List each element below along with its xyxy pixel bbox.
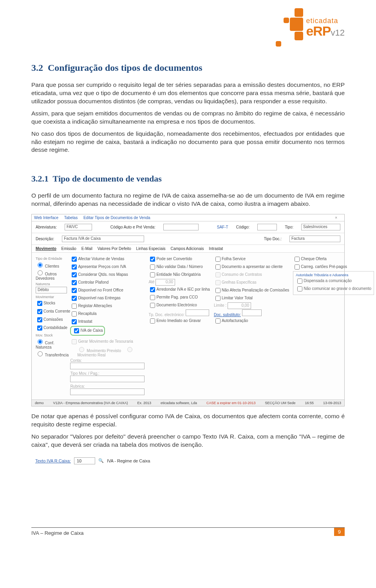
grp-tipo-entidade: Tipo de Entidade <box>36 257 70 261</box>
chk-doc-elec[interactable]: Documento Electrónico <box>148 302 210 309</box>
chk-grelhas: Grelhas Específicas <box>214 279 289 286</box>
section-number: 3.2 <box>31 63 43 73</box>
ate-input: 0,00 <box>155 279 175 286</box>
chk-stocks[interactable]: Stocks <box>36 300 70 307</box>
options-col-1: Afectar Volume de Vendas Apresentar Preç… <box>70 255 145 397</box>
brand-logo: eticadata eRPv12 <box>283 8 345 47</box>
limite-input: 0,00 <box>228 302 251 309</box>
section-para-1: Para que possa ser cumprido o requisito … <box>31 81 345 106</box>
radio-mov-previsto: Movimento Previsto <box>77 349 121 353</box>
natureza-select[interactable]: Débito <box>36 287 67 293</box>
chk-dispensada[interactable]: Dispensada a comunicação <box>296 277 371 285</box>
desc-input[interactable]: Factura IVA de Caixa <box>62 236 144 242</box>
subtab-intrastat[interactable]: Intrastat <box>209 246 223 251</box>
status-date: 13-09-2013 <box>323 401 341 405</box>
chk-contacorrente[interactable]: Conta Corrente <box>36 308 70 315</box>
subsection-para-3: No separador "Valores por defeito" dever… <box>31 433 345 449</box>
chk-intrastat[interactable]: Intrastat <box>70 318 145 325</box>
codauto-label: Código Auto e Pré Venda: <box>110 225 155 229</box>
radio-outros[interactable]: Outros Devedores <box>36 269 70 281</box>
logo-product: eRP <box>306 23 331 38</box>
chk-carreg[interactable]: Carreg. cartões Pré-pagos <box>293 263 374 271</box>
chk-ent-naoobrig[interactable]: Entidade Não Obrigatória <box>148 271 210 279</box>
chk-controlar-plafond[interactable]: Controlar Plafond <box>70 279 145 286</box>
chk-cheque[interactable]: Cheque Oferta <box>293 255 374 263</box>
chk-permite-cco[interactable]: Permite Pag. para CCO <box>148 294 210 301</box>
subtab-valores[interactable]: Valores Por Defeito <box>98 246 131 251</box>
field-screenshot: Texto IVA R.Caixa: 10 🔍 IVA - Regime de … <box>31 455 345 467</box>
status-seccao: SECÇÃO UM Sede <box>265 401 295 405</box>
texto-iva-code[interactable]: 10 <box>74 457 95 464</box>
chk-folha[interactable]: Folha Service <box>214 255 289 263</box>
at-group: Autoridade Tributária e Aduaneira Dispen… <box>293 271 374 295</box>
grp-movstock: Mov. Stock <box>36 333 70 337</box>
radio-confnat[interactable]: Conf. Natureza <box>36 338 70 349</box>
abrev-input[interactable]: FAIVC <box>65 224 92 230</box>
subtab-campos[interactable]: Campos Adicionais <box>170 246 204 251</box>
chk-disp-front[interactable]: Disponível no Front Office <box>70 287 145 294</box>
chk-registar-alt[interactable]: Registar Alterações <box>70 302 145 310</box>
form-subtabs: Movimento Emissão E-Mail Valores Por Def… <box>32 245 344 253</box>
chk-pode-conv[interactable]: Pode ser Convertido <box>148 255 210 263</box>
chk-autofact[interactable]: Autofacturação <box>214 317 289 325</box>
texto-iva-desc: IVA - Regime de Caixa <box>107 459 150 463</box>
chk-disp-entregas[interactable]: Disponível nas Entregas <box>70 295 145 302</box>
chk-considerar-qtds[interactable]: Considerar Qtds. nos Mapas <box>70 271 145 279</box>
chk-limitar-valor[interactable]: Limitar Valor Total <box>214 295 289 302</box>
footer-text: IVA – Regime de Caixa <box>31 530 83 536</box>
form-header-row2: Descrição: Factura IVA de Caixa Tipo Doc… <box>32 233 344 245</box>
subtab-email[interactable]: E-Mail <box>81 246 92 251</box>
options-col-3: Folha Service Documento a apresentar ao … <box>214 255 289 397</box>
chk-naoafecta-penal[interactable]: Não Afecta Penalização de Comissões <box>214 287 289 294</box>
subtab-emissao[interactable]: Emissão <box>61 246 76 251</box>
form-header-row1: Abreviatura: FAIVC Código Auto e Pré Ven… <box>32 221 344 233</box>
codauto-input[interactable] <box>163 224 199 230</box>
section-para-2: Assim, para que sejam emitidos documento… <box>31 110 345 126</box>
texto-iva-label[interactable]: Texto IVA R.Caixa: <box>35 459 71 463</box>
window-tabs: Web Interface Tabelas Editar Tipos de Do… <box>32 214 344 221</box>
limite-label: Limite : <box>214 303 226 307</box>
chk-nao-validar[interactable]: Não validar Data / Número <box>148 263 210 271</box>
status-ex: Ex. 2013 <box>137 401 151 405</box>
status-bar: demo V12IA - Empresa demonstrativa (IVA … <box>32 399 344 406</box>
abrev-label: Abreviatura: <box>36 225 57 229</box>
chk-recapitula[interactable]: Recapitula <box>70 310 145 318</box>
chk-nao-comunicar[interactable]: Não comunicar ao gravar o documento <box>296 285 371 293</box>
chk-comissoes[interactable]: Comissões <box>36 316 70 324</box>
chk-doc-cliente[interactable]: Documento a apresentar ao cliente <box>214 263 289 271</box>
codigo-label: Código: <box>236 225 249 229</box>
radio-transf[interactable]: Transferência <box>36 350 70 357</box>
docsub-input[interactable] <box>242 309 262 316</box>
chk-gerar-tesouraria[interactable]: Gerar Movimento de Tesouraria <box>70 338 145 345</box>
grp-movimentar: Movimentar <box>36 295 70 299</box>
tipodoc-select[interactable]: Factura <box>289 236 340 242</box>
codigo-input[interactable] <box>257 224 277 230</box>
chk-arredondar[interactable]: Arredondar IVA e IEC por linha <box>148 286 210 293</box>
search-icon[interactable]: 🔍 <box>98 458 104 463</box>
desc-label: Descrição: <box>36 237 54 241</box>
chk-apresentar-precos[interactable]: Apresentar Preços com IVA <box>70 263 145 271</box>
tpdoc-select <box>186 309 209 316</box>
radio-clientes[interactable]: Clientes <box>36 261 70 268</box>
tipomov-input <box>70 376 145 382</box>
chk-contabilidade[interactable]: Contabilidade <box>36 324 70 332</box>
tab-tabelas[interactable]: Tabelas <box>64 216 78 220</box>
chk-iva-caixa[interactable]: IVA de Caixa <box>72 328 103 333</box>
docsub-link[interactable]: Doc. substituto: <box>214 313 241 317</box>
options-col-4: Cheque Oferta Carreg. cartões Pré-pagos … <box>293 255 374 397</box>
chk-afectar-volume[interactable]: Afectar Volume de Vendas <box>70 255 145 263</box>
chk-consumo: Consumo de Contratos <box>214 271 289 279</box>
subtab-linhas[interactable]: Linhas Especiais <box>136 246 166 251</box>
section-heading: 3.2 Configuração dos tipos de documentos <box>31 63 345 73</box>
subsection-number: 3.2.1 <box>31 174 49 183</box>
chk-envio-imediato[interactable]: Envio Imediato ao Gravar <box>148 317 210 325</box>
tipomov-label: Tipo Mov. / Pag.: <box>70 371 99 376</box>
tab-web[interactable]: Web Interface <box>34 216 58 220</box>
tab-editar[interactable]: Editar Tipos de Documentos de Venda <box>83 216 150 220</box>
page-footer: IVA – Regime de Caixa <box>31 527 345 536</box>
rubrica-input <box>70 388 145 395</box>
subtab-movimento[interactable]: Movimento <box>36 246 56 251</box>
tipo-select[interactable]: SalesInvoices <box>301 224 340 230</box>
grp-natureza: Natureza <box>36 282 70 286</box>
app-screenshot: Web Interface Tabelas Editar Tipos de Do… <box>31 214 345 406</box>
